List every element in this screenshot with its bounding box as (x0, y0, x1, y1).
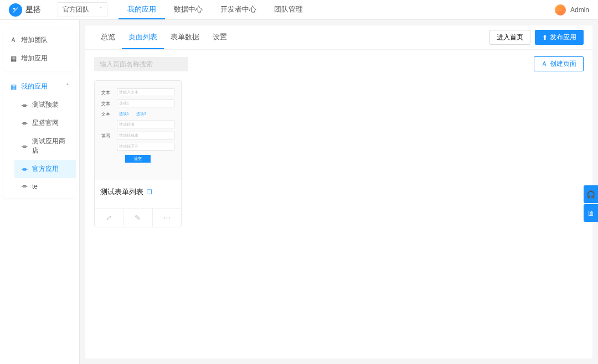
chart-icon: ⌯ (21, 165, 28, 173)
nav-tab-data[interactable]: 数据中心 (165, 0, 212, 19)
more-icon: ⋯ (163, 214, 171, 222)
team-name: 官方团队 (63, 5, 89, 14)
tab-formdata[interactable]: 表单数据 (164, 25, 206, 49)
sidebar-sub: ⌯ 测试预装 ⌯ 星搭官网 ⌯ 测试应用商店 ⌯ 官方应用 ⌯ te (3, 96, 76, 195)
sidebar-app-1[interactable]: ⌯ 星搭官网 (14, 114, 76, 132)
float-buttons: 🎧 🗎 (584, 185, 598, 223)
enter-home-button[interactable]: 进入首页 (489, 30, 530, 45)
sidebar-app-3[interactable]: ⌯ 官方应用 (14, 160, 76, 178)
header: 星搭 官方团队 ˅ 我的应用 数据中心 开发者中心 团队管理 Admin (0, 0, 598, 20)
tab-overview[interactable]: 总览 (94, 25, 122, 49)
thumb-row: 填写 请选择城市 (101, 132, 174, 139)
nav-tab-myapps[interactable]: 我的应用 (118, 0, 165, 19)
sidebar-item-label: 星搭官网 (32, 118, 59, 128)
headset-icon: 🎧 (586, 190, 595, 199)
content-tabs: 总览 页面列表 表单数据 设置 进入首页 ⬆ 发布应用 (85, 25, 592, 50)
avatar (555, 4, 566, 15)
chart-icon: ⌯ (21, 101, 28, 109)
sidebar-app-2[interactable]: ⌯ 测试应用商店 (14, 132, 76, 160)
sidebar-item-label: 测试应用商店 (32, 137, 69, 155)
doc-icon: 🗎 (587, 209, 595, 217)
user-name: Admin (570, 6, 589, 14)
chart-icon: ⌯ (21, 142, 28, 150)
header-user[interactable]: Admin (555, 4, 589, 15)
apps-icon: ▦ (10, 83, 17, 91)
main: 总览 页面列表 表单数据 设置 进入首页 ⬆ 发布应用 Ａ (80, 20, 598, 364)
sidebar-app-0[interactable]: ⌯ 测试预装 (14, 96, 76, 114)
thumb-row: 请选择省 (101, 121, 174, 128)
thumb-row: 文本 选项1 (101, 100, 174, 107)
sidebar-item-label: 测试预装 (32, 100, 59, 110)
sidebar-item-label: te (32, 183, 38, 190)
more-button[interactable]: ⋯ (153, 209, 181, 227)
chart-icon: ⌯ (21, 183, 28, 190)
sidebar-group-myapps[interactable]: ▦ 我的应用 ˄ (3, 77, 76, 96)
content-body: Ａ 创建页面 文本 请输入文本 文本 选项1 (85, 50, 592, 358)
team-selector[interactable]: 官方团队 ˅ (58, 2, 107, 17)
body: Ａ 增加团队 ▦ 增加应用 ▦ 我的应用 ˄ ⌯ 测试预装 ⌯ 星 (0, 20, 598, 364)
edit-icon: ✎ (135, 214, 141, 222)
page-card[interactable]: 文本 请输入文本 文本 选项1 文本 选项1 选项3 (94, 80, 182, 227)
content-actions: 进入首页 ⬆ 发布应用 (489, 30, 584, 45)
main-card: 总览 页面列表 表单数据 设置 进入首页 ⬆ 发布应用 Ａ (85, 25, 592, 358)
sidebar-apps-card: ▦ 我的应用 ˄ ⌯ 测试预装 ⌯ 星搭官网 ⌯ 测试应用商店 ⌯ (3, 74, 76, 198)
support-button[interactable]: 🎧 (584, 185, 598, 203)
search-input[interactable] (94, 57, 188, 71)
chevron-up-icon: ˄ (66, 83, 69, 91)
sidebar-app-4[interactable]: ⌯ te (14, 178, 76, 195)
page-card-title: 测试表单列表 (100, 187, 143, 197)
thumb-row: 请选择区县 (101, 143, 174, 150)
brand-text: 星搭 (25, 5, 41, 15)
sidebar-item-label: 官方应用 (32, 164, 59, 174)
docs-button[interactable]: 🗎 (584, 204, 598, 222)
create-page-label: 创建页面 (550, 59, 576, 69)
sidebar-top-card: Ａ 增加团队 ▦ 增加应用 (3, 28, 76, 71)
nav-tabs: 我的应用 数据中心 开发者中心 团队管理 (118, 0, 312, 19)
logo-icon (9, 3, 22, 17)
copy-icon[interactable]: ❐ (147, 189, 152, 196)
tab-settings[interactable]: 设置 (206, 25, 234, 49)
tab-pagelist[interactable]: 页面列表 (122, 25, 164, 49)
sidebar-add-team[interactable]: Ａ 增加团队 (3, 31, 76, 49)
nav-tab-team[interactable]: 团队管理 (265, 0, 312, 19)
user-icon: Ａ (10, 35, 17, 45)
sidebar-item-label: 增加应用 (21, 54, 48, 63)
page-card-footer: ⤢ ✎ ⋯ (95, 208, 181, 227)
sidebar-item-label: 我的应用 (21, 82, 48, 91)
sidebar-item-label: 增加团队 (21, 35, 48, 45)
sidebar: Ａ 增加团队 ▦ 增加应用 ▦ 我的应用 ˄ ⌯ 测试预装 ⌯ 星 (0, 20, 80, 364)
create-page-button[interactable]: Ａ 创建页面 (534, 56, 584, 71)
expand-icon: ⤢ (106, 214, 112, 222)
chevron-down-icon: ˅ (99, 6, 102, 14)
sidebar-add-app[interactable]: ▦ 增加应用 (3, 49, 76, 67)
thumb-row: 文本 请输入文本 (101, 89, 174, 96)
upload-icon: ⬆ (542, 34, 548, 41)
page-thumbnail: 文本 请输入文本 文本 选项1 文本 选项1 选项3 (95, 81, 181, 180)
publish-label: 发布应用 (550, 33, 576, 42)
nav-tab-dev[interactable]: 开发者中心 (212, 0, 265, 19)
thumb-row: 文本 选项1 选项3 (101, 111, 174, 117)
toolbar: Ａ 创建页面 (94, 56, 584, 71)
thumb-submit: 提交 (125, 155, 151, 163)
expand-button[interactable]: ⤢ (95, 209, 123, 227)
user-icon: Ａ (541, 59, 548, 69)
logo: 星搭 (9, 3, 41, 17)
chart-icon: ⌯ (21, 119, 28, 127)
svg-point-0 (13, 7, 16, 9)
grid-icon: ▦ (10, 55, 17, 63)
publish-button[interactable]: ⬆ 发布应用 (535, 30, 584, 45)
edit-button[interactable]: ✎ (123, 209, 152, 227)
page-title-row: 测试表单列表 ❐ (95, 180, 181, 208)
